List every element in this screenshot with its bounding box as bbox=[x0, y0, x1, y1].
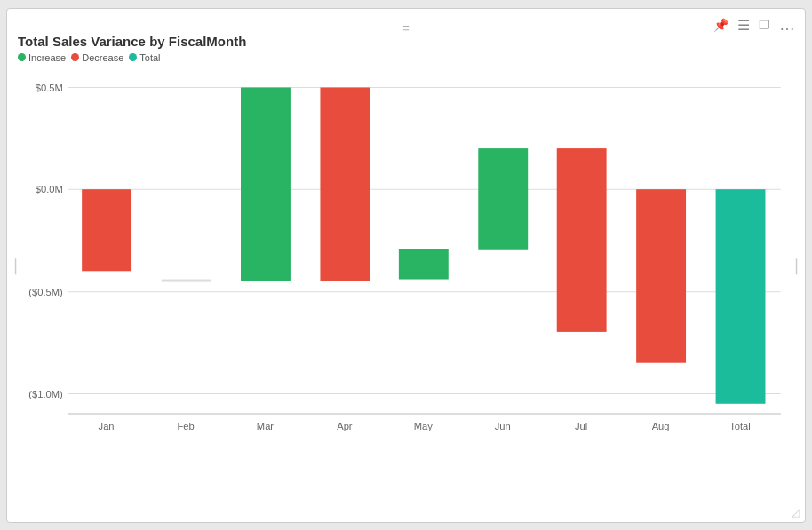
drag-handle[interactable]: ≡ bbox=[402, 21, 410, 35]
chart-card: ≡ 📌 ☰ ❐ … ❘ ❘ ◿ Total Sales Variance by … bbox=[6, 8, 806, 523]
xlabel-may: May bbox=[414, 421, 434, 431]
ylabel-n1M: ($1.0M) bbox=[28, 388, 63, 399]
xlabel-feb: Feb bbox=[177, 421, 194, 431]
legend-label-increase: Increase bbox=[28, 52, 66, 63]
bar-feb bbox=[162, 279, 211, 281]
legend-dot-decrease bbox=[71, 53, 79, 61]
legend-item-increase: Increase bbox=[18, 52, 66, 63]
xlabel-apr: Apr bbox=[337, 421, 353, 431]
filter-icon[interactable]: ☰ bbox=[737, 17, 750, 34]
bar-aug bbox=[636, 189, 686, 363]
pin-icon[interactable]: 📌 bbox=[713, 18, 728, 32]
xlabel-jul: Jul bbox=[575, 421, 587, 431]
resize-br-handle[interactable]: ◿ bbox=[792, 506, 800, 518]
ylabel-n05M: ($0.5M) bbox=[28, 286, 63, 297]
xlabel-aug: Aug bbox=[652, 421, 670, 431]
legend-label-decrease: Decrease bbox=[82, 52, 123, 63]
legend-dot-increase bbox=[18, 53, 26, 61]
bar-apr bbox=[320, 87, 370, 281]
card-toolbar: 📌 ☰ ❐ … bbox=[713, 16, 796, 35]
chart-legend: Increase Decrease Total bbox=[18, 52, 794, 63]
expand-icon[interactable]: ❐ bbox=[759, 18, 770, 32]
chart-area: $0.5M $0.0M ($0.5M) ($1.0M) bbox=[18, 68, 794, 450]
legend-dot-total bbox=[129, 53, 137, 61]
ylabel-05M: $0.5M bbox=[36, 82, 63, 92]
bar-mar bbox=[241, 87, 291, 281]
chart-title: Total Sales Variance by FiscalMonth bbox=[18, 34, 794, 49]
xlabel-jan: Jan bbox=[99, 421, 115, 431]
legend-label-total: Total bbox=[139, 52, 160, 63]
legend-item-decrease: Decrease bbox=[71, 52, 123, 63]
legend-item-total: Total bbox=[129, 52, 160, 63]
bar-total bbox=[716, 189, 766, 404]
waterfall-chart: $0.5M $0.0M ($0.5M) ($1.0M) bbox=[18, 68, 794, 450]
xlabel-jun: Jun bbox=[495, 421, 511, 431]
bar-may bbox=[399, 249, 449, 279]
ylabel-0M: $0.0M bbox=[36, 184, 63, 194]
bar-jan bbox=[82, 189, 131, 271]
xlabel-mar: Mar bbox=[257, 421, 275, 431]
bar-jun bbox=[478, 148, 528, 250]
more-icon[interactable]: … bbox=[779, 16, 796, 35]
bar-jul bbox=[557, 148, 607, 332]
xlabel-total: Total bbox=[729, 421, 751, 431]
